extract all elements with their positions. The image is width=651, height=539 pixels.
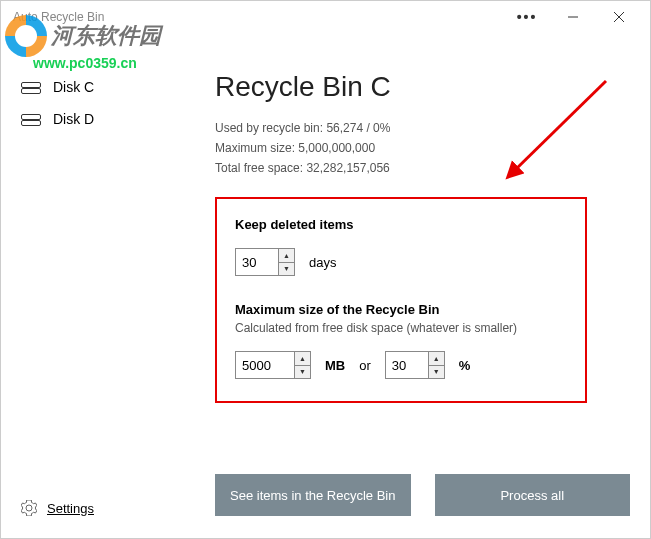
or-label: or — [359, 358, 371, 373]
max-mb-input[interactable] — [236, 352, 294, 378]
days-unit: days — [309, 255, 336, 270]
info-used: Used by recycle bin: 56,274 / 0% — [215, 121, 630, 135]
spinner-up-icon[interactable]: ▲ — [295, 352, 310, 366]
settings-link[interactable]: Settings — [21, 500, 94, 516]
main-content: Recycle Bin C Used by recycle bin: 56,27… — [171, 33, 650, 538]
process-all-button[interactable]: Process all — [435, 474, 631, 516]
sidebar: Disk C Disk D Settings — [1, 33, 171, 538]
titlebar: Auto Recycle Bin ••• — [1, 1, 650, 33]
sidebar-item-label: Disk D — [53, 111, 94, 127]
max-pct-input[interactable] — [386, 352, 428, 378]
mb-unit: MB — [325, 358, 345, 373]
sidebar-item-disk-c[interactable]: Disk C — [1, 71, 171, 103]
disk-icon — [21, 80, 41, 94]
minimize-button[interactable] — [550, 1, 596, 33]
sidebar-item-label: Disk C — [53, 79, 94, 95]
spinner-up-icon[interactable]: ▲ — [429, 352, 444, 366]
gear-icon — [21, 500, 37, 516]
window-controls: ••• — [504, 1, 642, 33]
spinner-down-icon[interactable]: ▼ — [429, 366, 444, 379]
more-button[interactable]: ••• — [504, 1, 550, 33]
maxsize-heading: Maximum size of the Recycle Bin — [235, 302, 567, 317]
spinner-up-icon[interactable]: ▲ — [279, 249, 294, 263]
pct-unit: % — [459, 358, 471, 373]
see-items-button[interactable]: See items in the Recycle Bin — [215, 474, 411, 516]
sidebar-item-disk-d[interactable]: Disk D — [1, 103, 171, 135]
spinner-down-icon[interactable]: ▼ — [279, 263, 294, 276]
max-pct-spinner[interactable]: ▲ ▼ — [385, 351, 445, 379]
keep-days-input[interactable] — [236, 249, 278, 275]
info-max: Maximum size: 5,000,000,000 — [215, 141, 630, 155]
page-title: Recycle Bin C — [215, 71, 630, 103]
max-mb-spinner[interactable]: ▲ ▼ — [235, 351, 311, 379]
keep-days-spinner[interactable]: ▲ ▼ — [235, 248, 295, 276]
info-free: Total free space: 32,282,157,056 — [215, 161, 630, 175]
keep-heading: Keep deleted items — [235, 217, 567, 232]
button-row: See items in the Recycle Bin Process all — [215, 474, 630, 516]
maxsize-subtext: Calculated from free disk space (whateve… — [235, 321, 567, 335]
settings-box: Keep deleted items ▲ ▼ days Maximum size… — [215, 197, 587, 403]
window-title: Auto Recycle Bin — [13, 10, 504, 24]
spinner-down-icon[interactable]: ▼ — [295, 366, 310, 379]
close-button[interactable] — [596, 1, 642, 33]
settings-label: Settings — [47, 501, 94, 516]
disk-icon — [21, 112, 41, 126]
main-container: Disk C Disk D Settings Recycle Bin C Use… — [1, 33, 650, 538]
